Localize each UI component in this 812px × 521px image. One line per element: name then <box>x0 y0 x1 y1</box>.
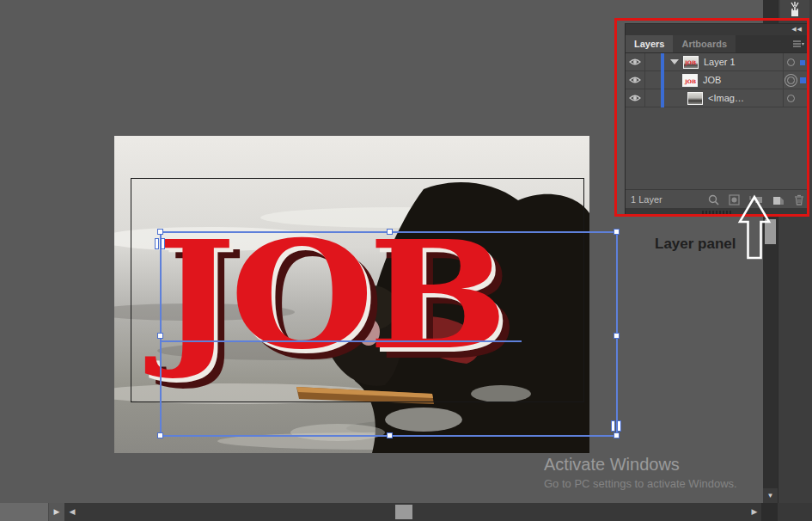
selection-handle-top-mid[interactable] <box>387 229 393 235</box>
horizontal-scrollbar-thumb[interactable] <box>395 505 412 519</box>
scroll-right-button[interactable]: ▶ <box>748 503 761 521</box>
scroll-down-icon: ▼ <box>767 492 774 500</box>
annotation-label: Layer panel <box>655 236 736 253</box>
annotation-up-arrow <box>737 194 772 261</box>
selection-handle-bottom-mid[interactable] <box>387 432 393 438</box>
activate-windows-title: Activate Windows <box>544 455 680 475</box>
scroll-left-icon: ◀ <box>70 507 76 516</box>
selection-anchor-left[interactable] <box>155 238 165 249</box>
selection-handle-top-left[interactable] <box>157 229 163 235</box>
scroll-right-icon: ▶ <box>752 507 758 516</box>
annotation-red-box <box>614 18 809 217</box>
selection-handle-mid-left[interactable] <box>157 333 163 339</box>
status-nav-icon: ▶ <box>54 507 60 516</box>
selection-anchor-right[interactable] <box>611 420 621 432</box>
hand-tool-icon <box>788 2 802 17</box>
scrollbar-corner <box>761 503 778 521</box>
selection-handle-mid-right[interactable] <box>614 333 620 339</box>
scroll-down-button[interactable]: ▼ <box>763 488 778 503</box>
status-nav-button[interactable]: ▶ <box>49 503 64 521</box>
selection-handle-top-right[interactable] <box>614 229 620 235</box>
job-text-object[interactable]: JOB <box>157 220 581 375</box>
activate-windows-subtitle: Go to PC settings to activate Windows. <box>544 477 737 490</box>
scroll-left-button[interactable]: ◀ <box>65 503 79 521</box>
selection-handle-bottom-right[interactable] <box>614 432 620 438</box>
status-bar <box>0 503 49 521</box>
selection-handle-bottom-left[interactable] <box>157 432 163 438</box>
hand-tool-button[interactable] <box>780 0 809 19</box>
text-baseline-edge[interactable] <box>161 340 522 342</box>
